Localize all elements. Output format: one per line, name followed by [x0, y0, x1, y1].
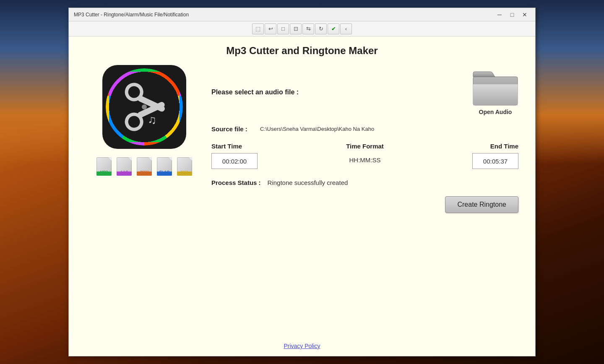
process-status-label: Process Status :	[211, 179, 261, 186]
file-icon-flac: FLAC	[155, 157, 174, 176]
end-time-label: End Time	[490, 143, 518, 150]
select-audio-label: Please select an audio file :	[211, 88, 299, 96]
toolbar-btn-2[interactable]: ↩	[265, 23, 276, 34]
toolbar-btn-8[interactable]: ‹	[340, 23, 352, 34]
window-title: MP3 Cutter - Ringtone/Alarm/Music File/N…	[74, 12, 494, 18]
toolbar-btn-5[interactable]: ⇆	[302, 23, 314, 34]
svg-text:♫: ♫	[148, 113, 156, 126]
svg-rect-7	[473, 84, 518, 105]
source-file-path: C:\Users\Sneha Varma\Desktop\Kaho Na Kah…	[260, 126, 518, 132]
start-time-col: Start Time	[211, 143, 314, 169]
file-icon-m4a: M4A	[175, 157, 194, 176]
app-window: MP3 Cutter - Ringtone/Alarm/Music File/N…	[68, 8, 536, 356]
source-file-row: Source file : C:\Users\Sneha Varma\Deskt…	[211, 125, 518, 133]
file-icon-aac: AAC	[115, 157, 133, 176]
source-file-label: Source file :	[211, 125, 253, 133]
select-audio-row: Please select an audio file :	[211, 69, 518, 115]
time-row: Start Time Time Format HH:MM:SS End Time	[211, 143, 518, 169]
main-content: Mp3 Cutter and Ringtone Maker	[69, 36, 535, 356]
start-time-label: Start Time	[211, 143, 242, 150]
toolbar-btn-1[interactable]: ⬚	[252, 23, 264, 34]
open-audio-label: Open Audio	[479, 109, 512, 115]
process-status-value: Ringtone sucessfully created	[268, 179, 348, 186]
file-bar-aac	[117, 172, 132, 176]
toolbar-btn-7[interactable]: ✔	[328, 23, 339, 34]
file-page-aac: AAC	[117, 157, 132, 176]
file-page-m4a: M4A	[177, 157, 192, 176]
file-page-flac: FLAC	[157, 157, 172, 176]
svg-point-4	[142, 104, 147, 109]
create-ringtone-button[interactable]: Create Ringtone	[445, 196, 518, 213]
minimize-button[interactable]: ─	[494, 10, 505, 19]
file-icon-mp3: MP3	[95, 157, 113, 176]
end-time-col: End Time	[416, 143, 518, 169]
close-button[interactable]: ✕	[519, 10, 530, 19]
maximize-button[interactable]: □	[507, 10, 518, 19]
titlebar: MP3 Cutter - Ringtone/Alarm/Music File/N…	[69, 8, 535, 21]
start-time-input[interactable]	[211, 153, 258, 169]
file-bar-flac	[157, 172, 172, 176]
app-title: Mp3 Cutter and Ringtone Maker	[226, 45, 378, 57]
time-format-value: HH:MM:SS	[349, 153, 381, 164]
toolbar-btn-6[interactable]: ↻	[315, 23, 327, 34]
app-icon-scissors: ♫	[111, 73, 178, 140]
privacy-policy-link[interactable]: Privacy Policy	[284, 343, 320, 349]
time-format-label: Time Format	[346, 143, 384, 150]
process-status-row: Process Status : Ringtone sucessfully cr…	[211, 179, 518, 186]
toolbar-btn-4[interactable]: ⊡	[290, 23, 302, 34]
main-area: ♫ MP3 AAC	[86, 65, 518, 213]
window-controls: ─ □ ✕	[494, 10, 530, 19]
file-bar-m4a	[177, 172, 192, 176]
file-icon-wav: WAV	[135, 157, 154, 176]
end-time-input[interactable]	[472, 153, 518, 169]
file-bar-mp3	[96, 172, 112, 176]
file-page-wav: WAV	[137, 157, 152, 176]
open-audio-button[interactable]: Open Audio	[472, 69, 518, 115]
file-page-mp3: MP3	[96, 157, 112, 176]
center-panel: Please select an audio file :	[211, 65, 518, 213]
folder-icon	[472, 69, 518, 107]
left-panel: ♫ MP3 AAC	[86, 65, 203, 176]
time-format-col: Time Format HH:MM:SS	[314, 143, 416, 164]
file-bar-wav	[137, 172, 152, 176]
file-icons: MP3 AAC WAV	[95, 157, 194, 176]
toolbar-btn-3[interactable]: □	[277, 23, 289, 34]
toolbar: ⬚ ↩ □ ⊡ ⇆ ↻ ✔ ‹	[69, 21, 535, 36]
app-icon: ♫	[102, 65, 186, 149]
